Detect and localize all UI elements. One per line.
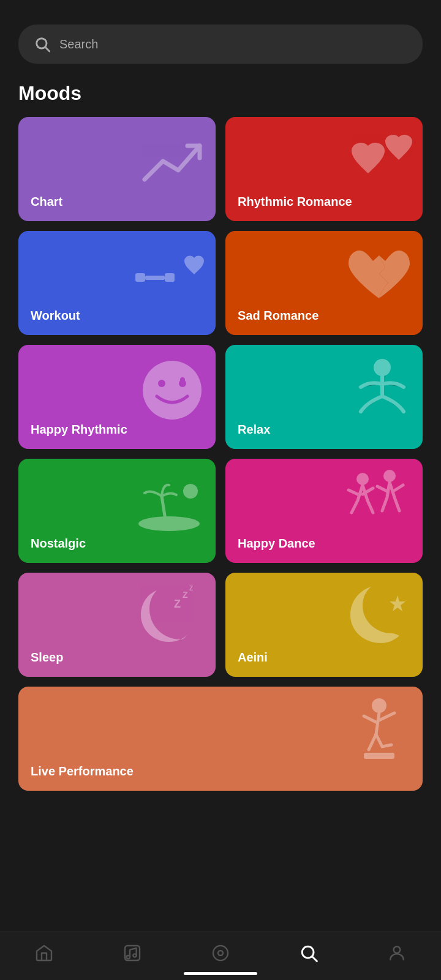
mood-card-happy-rhythmic[interactable]: Happy Rhythmic (18, 345, 216, 449)
happy-face-icon (138, 356, 206, 424)
svg-rect-4 (165, 273, 175, 282)
search-bar-icon (34, 36, 51, 53)
mood-card-relax[interactable]: Relax (225, 345, 423, 449)
mood-happy-dance-label: Happy Dance (238, 537, 315, 551)
search-nav-icon (299, 943, 318, 963)
svg-point-13 (383, 470, 396, 482)
svg-text:Z: Z (189, 585, 193, 592)
mood-sad-romance-label: Sad Romance (238, 309, 318, 323)
mood-card-sleep[interactable]: Z Z Z Sleep (18, 573, 216, 677)
svg-text:Z: Z (174, 598, 181, 610)
crescent-star-icon (345, 584, 413, 652)
mood-workout-label: Workout (31, 309, 80, 323)
nav-item-home[interactable] (34, 943, 54, 963)
svg-marker-17 (390, 595, 405, 611)
music-note-square-icon (123, 943, 142, 963)
nav-item-library[interactable] (123, 943, 142, 963)
person-icon (387, 943, 407, 963)
mood-card-nostalgic[interactable]: Nostalgic (18, 459, 216, 563)
mood-live-performance-label: Live Performance (31, 764, 134, 778)
island-icon (132, 478, 206, 533)
svg-rect-19 (364, 753, 394, 759)
svg-point-5 (143, 361, 202, 420)
mood-happy-rhythmic-label: Happy Rhythmic (31, 423, 127, 437)
mood-relax-label: Relax (238, 423, 270, 437)
svg-point-27 (394, 946, 401, 953)
broken-heart-icon (345, 246, 413, 307)
mood-card-rhythmic-romance[interactable]: Rhythmic Romance (225, 117, 423, 221)
svg-point-18 (372, 698, 386, 713)
mood-card-live-performance[interactable]: Live Performance (18, 687, 423, 791)
svg-point-22 (133, 954, 136, 957)
svg-line-26 (312, 957, 317, 961)
moods-section-title: Moods (18, 82, 423, 105)
svg-point-24 (218, 951, 223, 956)
svg-line-1 (45, 47, 49, 51)
mood-card-aeini[interactable]: Aeini (225, 573, 423, 677)
moon-zzz-icon: Z Z Z (138, 584, 206, 652)
dancer-icon (339, 467, 413, 540)
disc-icon (211, 943, 230, 963)
svg-point-21 (127, 956, 130, 959)
svg-point-23 (213, 946, 228, 960)
svg-point-12 (356, 473, 369, 485)
trending-up-icon (138, 140, 206, 189)
dumbbell-heart-icon (132, 250, 206, 305)
svg-point-10 (138, 516, 200, 531)
mood-sleep-label: Sleep (31, 650, 63, 665)
nav-item-profile[interactable] (387, 943, 407, 963)
svg-point-6 (158, 380, 165, 387)
mood-card-sad-romance[interactable]: Sad Romance (225, 231, 423, 335)
search-input-placeholder: Search (59, 37, 98, 51)
svg-point-9 (374, 359, 391, 376)
nav-item-discover[interactable] (211, 943, 230, 963)
search-bar[interactable]: Search (18, 24, 423, 64)
nav-item-search[interactable] (299, 943, 318, 963)
mood-rhythmic-romance-label: Rhythmic Romance (238, 195, 352, 209)
svg-rect-3 (145, 276, 165, 280)
mood-card-happy-dance[interactable]: Happy Dance (225, 459, 423, 563)
mood-card-chart[interactable]: Chart (18, 117, 216, 221)
svg-point-8 (180, 377, 185, 382)
svg-point-11 (183, 484, 198, 499)
home-indicator (184, 972, 257, 975)
mood-chart-label: Chart (31, 195, 62, 209)
svg-text:Z: Z (183, 590, 188, 600)
mood-aeini-label: Aeini (238, 650, 268, 665)
meditation-icon (352, 356, 413, 424)
mood-nostalgic-label: Nostalgic (31, 537, 86, 551)
svg-rect-2 (135, 273, 145, 282)
hearts-icon (339, 132, 413, 194)
mood-card-workout[interactable]: Workout (18, 231, 216, 335)
performer-icon (345, 695, 413, 768)
moods-grid: Chart Rhythmic Romance Workout Sad Roman… (0, 117, 441, 791)
home-icon (34, 943, 54, 963)
